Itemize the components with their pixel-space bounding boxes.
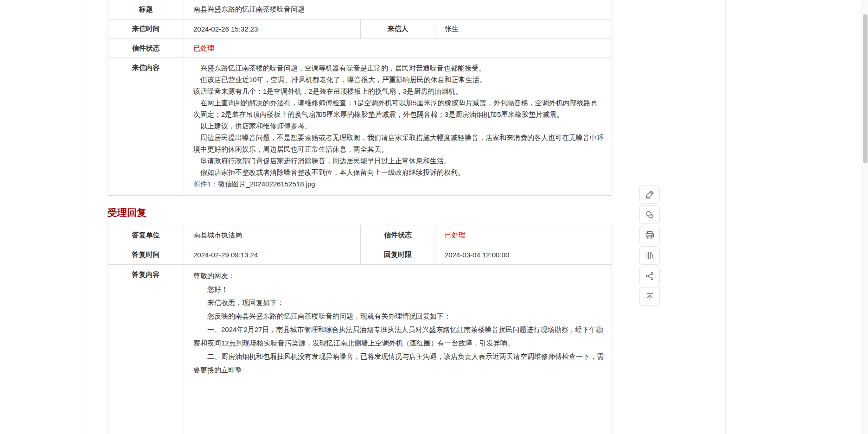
reply-status-label: 信件状态 [360, 225, 435, 245]
reply-deadline-value: 2024-03-04 12:00:00 [435, 245, 613, 264]
content-line: 垦请政府行政部门督促店家进行消除噪音，周边居民能早日过上正常休息和生活。 [193, 155, 604, 166]
back-to-top-icon [645, 292, 655, 301]
back-to-top-button[interactable] [639, 287, 660, 306]
letter-content-paragraphs: 兴盛东路忆江南茶楼的噪音问题，空调等机器有噪音是正常的，居民对普通噪音也都能接受… [193, 62, 604, 178]
letter-title-value: 南县兴盛东路的忆江南茶楼噪音问题 [184, 0, 613, 19]
floating-side-toolbar [639, 185, 660, 306]
attachment-link-label[interactable]: 附件1： [193, 180, 218, 188]
content-line: 二、厨房油烟机和包厢抽风机没有发现异响噪音，已将发现情况与店主沟通，该店负责人表… [193, 350, 604, 377]
letter-content-body: 兴盛东路忆江南茶楼的噪音问题，空调等机器有噪音是正常的，居民对普通噪音也都能接受… [184, 57, 613, 195]
wechat-share-button[interactable] [639, 205, 660, 224]
print-button[interactable] [639, 226, 660, 244]
reply-section: 答复单位 南县城市执法局 信件状态 已处理 答复时间 2024-02-29 09… [108, 225, 612, 434]
letter-status-value: 已处理 [184, 38, 613, 57]
reply-content-body: 尊敬的网友： 您好！ 来信收悉，现回复如下： 您反映的南县兴盛东路的忆江南茶楼噪… [184, 264, 613, 434]
reply-status-value: 已处理 [435, 225, 613, 245]
write-icon [645, 190, 655, 199]
page-scrollbar-thumb[interactable] [863, 14, 868, 163]
content-line: 在网上查询到的解决的办法有，请维修师傅检查：1是空调外机可以加5厘米厚的橡胶垫片… [193, 97, 604, 120]
letter-title-label: 标题 [108, 0, 184, 19]
books-icon [645, 251, 655, 261]
content-line: 但该店已营业近10年，空调、排风机都老化了，噪音很大，严重影响居民的休息和正常生… [193, 74, 604, 85]
content-line: 您反映的南县兴盛东路的忆江南茶楼噪音的问题，现就有关办理情况回复如下： [193, 309, 604, 323]
letter-time-value: 2024-02-26 15:32:23 [184, 19, 360, 38]
content-line: 以上建议，供店家和维修师傅参考。 [193, 120, 604, 132]
letter-content-label: 来信内容 [108, 57, 184, 195]
letter-time-label: 来信时间 [108, 19, 184, 38]
content-frame-left-border [88, 0, 88, 434]
page-viewport: 标题 南县兴盛东路的忆江南茶楼噪音问题 来信时间 2024-02-26 15:3… [0, 0, 868, 434]
reply-section-heading: 受理回复 [108, 207, 147, 219]
letter-info-table: 标题 南县兴盛东路的忆江南茶楼噪音问题 来信时间 2024-02-26 15:3… [108, 0, 612, 196]
letter-status-label: 信件状态 [108, 38, 184, 57]
letter-sender-label: 来信人 [360, 19, 435, 38]
letter-sender-value: 张生 [435, 19, 613, 38]
reply-unit-label: 答复单位 [108, 225, 184, 245]
write-message-button[interactable] [639, 185, 660, 204]
content-line: 一、2024年2月27日，南县城市管理和综合执法局油烟专班执法人员对兴盛东路忆江… [193, 323, 604, 350]
content-line: 该店噪音来源有几个：1是空调外机，2是装在吊顶楼板上的换气扇，3是厨房的油烟机。 [193, 85, 604, 97]
share-button[interactable] [639, 267, 660, 285]
share-icon [645, 271, 655, 281]
letter-detail-section: 标题 南县兴盛东路的忆江南茶楼噪音问题 来信时间 2024-02-26 15:3… [108, 0, 612, 196]
reply-time-value: 2024-02-29 09:13:24 [184, 245, 360, 264]
reply-content-label: 答复内容 [108, 264, 184, 434]
attachment-filename[interactable]: 微信图片_20240226152518.jpg [218, 180, 315, 188]
archive-books-button[interactable] [639, 246, 660, 265]
print-icon [645, 230, 655, 240]
content-line: 假如店家拒不整改或者消除噪音整改不到位，本人保留向上一级政府继续投诉的权利。 [193, 166, 604, 178]
wechat-icon [645, 210, 655, 220]
reply-deadline-label: 回复时限 [360, 245, 435, 264]
content-frame-right-border [725, 0, 726, 434]
attachment-row[interactable]: 附件1：微信图片_20240226152518.jpg [193, 178, 604, 190]
reply-time-label: 答复时间 [108, 245, 184, 264]
reply-unit-value: 南县城市执法局 [184, 225, 360, 245]
content-line: 来信收悉，现回复如下： [193, 296, 604, 309]
page-scrollbar-track[interactable] [862, 0, 868, 434]
reply-info-table: 答复单位 南县城市执法局 信件状态 已处理 答复时间 2024-02-29 09… [108, 225, 612, 434]
reply-content-paragraphs: 尊敬的网友： 您好！ 来信收悉，现回复如下： 您反映的南县兴盛东路的忆江南茶楼噪… [193, 269, 604, 377]
content-line: 周边居民提出噪音问题，不是想要索赔或者无理取闹，我们请店家采取措施大幅度减轻噪音… [193, 132, 604, 155]
content-line: 兴盛东路忆江南茶楼的噪音问题，空调等机器有噪音是正常的，居民对普通噪音也都能接受… [193, 62, 604, 74]
content-line: 您好！ [193, 282, 604, 296]
content-line: 尊敬的网友： [193, 269, 604, 282]
